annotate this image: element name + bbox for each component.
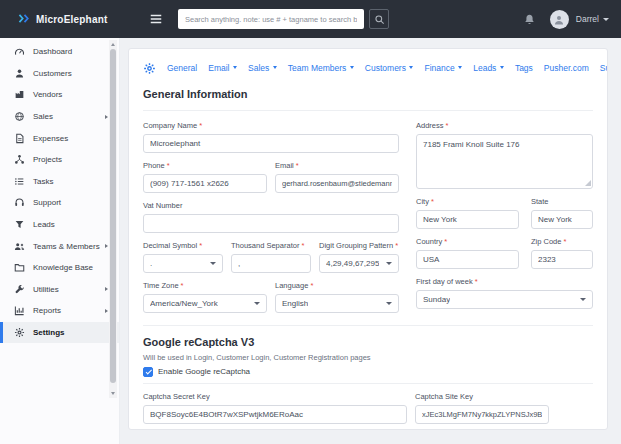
user-menu[interactable]: Darrel	[576, 14, 609, 24]
search-button[interactable]	[369, 9, 389, 29]
settings-gear-icon	[14, 327, 25, 338]
sidebar-item-knowledge-base[interactable]: Knowledge Base	[0, 257, 119, 279]
recaptcha-note: Will be used in Login, Customer Login, C…	[143, 353, 593, 362]
tab-email[interactable]: Email	[208, 63, 237, 73]
country-input[interactable]	[416, 250, 519, 269]
sidebar-item-label: Tasks	[33, 177, 53, 186]
avatar[interactable]	[550, 10, 569, 29]
teams-icon	[14, 241, 25, 252]
tab-customers[interactable]: Customers	[365, 63, 414, 73]
state-input[interactable]	[531, 210, 593, 229]
settings-card: GeneralEmailSalesTeam MembersCustomersFi…	[128, 48, 608, 430]
state-field: State	[531, 197, 593, 229]
sidebar-item-tasks[interactable]: Tasks	[0, 171, 119, 193]
captcha-site-key-input[interactable]	[415, 405, 549, 424]
form-left-column: Company Name* Phone* Email*	[143, 121, 399, 313]
sidebar-scrollbar[interactable]	[109, 40, 117, 398]
language-field: Language* English	[275, 281, 399, 313]
first-day-of-week-select[interactable]: Sunday	[416, 290, 593, 309]
tab-sales[interactable]: Sales	[248, 63, 277, 73]
tab-general[interactable]: General	[167, 63, 197, 73]
time-zone-select[interactable]: America/New_York	[143, 294, 267, 313]
sidebar-item-label: Expenses	[33, 134, 68, 143]
scrollbar-thumb[interactable]	[110, 49, 116, 383]
tab-pusher-com[interactable]: Pusher.com	[544, 63, 589, 73]
recaptcha-title: Google reCaptcha V3	[143, 336, 593, 348]
address-textarea-wrap: 7185 Frami Knoll Suite 176	[416, 134, 593, 189]
field-label: Language*	[275, 281, 399, 291]
city-input[interactable]	[416, 210, 519, 229]
timezone-language-row: Time Zone* America/New_York Language* En…	[143, 281, 399, 313]
brand[interactable]: MicroElephant	[0, 10, 132, 28]
knowledge-icon	[14, 262, 25, 273]
field-label: City*	[416, 197, 519, 207]
general-info-form: Company Name* Phone* Email*	[143, 121, 593, 313]
field-label: Decimal Symbol*	[143, 241, 223, 251]
sidebar-item-sales[interactable]: Sales	[0, 106, 119, 128]
sidebar-item-reports[interactable]: Reports	[0, 300, 119, 322]
enable-recaptcha-checkbox[interactable]	[143, 367, 153, 377]
captcha-secret-key-input[interactable]	[143, 405, 407, 424]
email-input[interactable]	[275, 174, 399, 193]
chevron-right-icon	[105, 287, 108, 291]
field-label: Phone*	[143, 161, 267, 171]
sidebar-item-dashboard[interactable]: Dashboard	[0, 41, 119, 63]
field-label: Company Name*	[143, 121, 399, 131]
chevron-down-icon	[603, 18, 609, 21]
digit-grouping-select[interactable]: 4,29,49,67,295	[319, 254, 399, 273]
divider	[143, 383, 593, 384]
time-zone-field: Time Zone* America/New_York	[143, 281, 267, 313]
address-field: Address* 7185 Frami Knoll Suite 176	[416, 121, 593, 189]
search-input[interactable]	[178, 9, 364, 29]
sidebar-item-settings[interactable]: Settings	[0, 322, 119, 344]
sidebar-item-label: Leads	[33, 220, 55, 229]
phone-field: Phone*	[143, 161, 267, 193]
tab-team-members[interactable]: Team Members	[288, 63, 354, 73]
sidebar-item-support[interactable]: Support	[0, 192, 119, 214]
sidebar-item-projects[interactable]: Projects	[0, 149, 119, 171]
global-search	[178, 9, 389, 29]
logo-chevrons-icon	[18, 10, 31, 28]
first-day-field: First day of week* Sunday	[416, 277, 593, 309]
vat-number-input[interactable]	[143, 214, 399, 233]
thousand-separator-input[interactable]	[231, 254, 311, 273]
divider	[143, 325, 593, 326]
tab-tags[interactable]: Tags	[515, 63, 533, 73]
field-label: Zip Code*	[531, 237, 593, 247]
decimal-symbol-select[interactable]: .	[143, 254, 223, 273]
zip-code-input[interactable]	[531, 250, 593, 269]
navbar-right: Darrel	[523, 10, 621, 29]
hamburger-icon[interactable]	[148, 12, 164, 26]
gear-icon	[143, 61, 156, 74]
tab-finance[interactable]: Finance	[424, 63, 462, 73]
sidebar-item-leads[interactable]: Leads	[0, 214, 119, 236]
language-select[interactable]: English	[275, 294, 399, 313]
phone-input[interactable]	[143, 174, 267, 193]
sidebar-item-utilities[interactable]: Utilities	[0, 279, 119, 301]
sidebar-item-vendors[interactable]: Vendors	[0, 84, 119, 106]
scroll-up-icon[interactable]	[111, 43, 115, 46]
tab-leads[interactable]: Leads	[473, 63, 504, 73]
field-label: State	[531, 197, 593, 207]
person-icon	[553, 14, 565, 26]
address-input[interactable]: 7185 Frami Knoll Suite 176	[416, 134, 593, 189]
sidebar-item-customers[interactable]: Customers	[0, 63, 119, 85]
section-title: General Information	[143, 88, 593, 100]
company-name-input[interactable]	[143, 134, 399, 153]
tab-support[interactable]: Support	[600, 63, 608, 73]
search-icon	[374, 14, 385, 25]
country-field: Country*	[416, 237, 519, 269]
scroll-down-icon[interactable]	[111, 392, 115, 395]
sidebar-item-label: Vendors	[33, 90, 62, 99]
tasks-icon	[14, 176, 25, 187]
bell-icon[interactable]	[523, 12, 536, 26]
field-label: Address*	[416, 121, 593, 131]
captcha-site-key-field: Captcha Site Key	[415, 392, 549, 424]
field-label: Thousand Separator*	[231, 241, 311, 251]
city-state-row: City* State	[416, 197, 593, 229]
sidebar-item-teams-members[interactable]: Teams & Members	[0, 235, 119, 257]
sidebar-item-expenses[interactable]: Expenses	[0, 127, 119, 149]
sidebar-item-label: Projects	[33, 155, 62, 164]
leads-icon	[14, 219, 25, 230]
captcha-secret-key-field: Captcha Secret Key	[143, 392, 407, 424]
